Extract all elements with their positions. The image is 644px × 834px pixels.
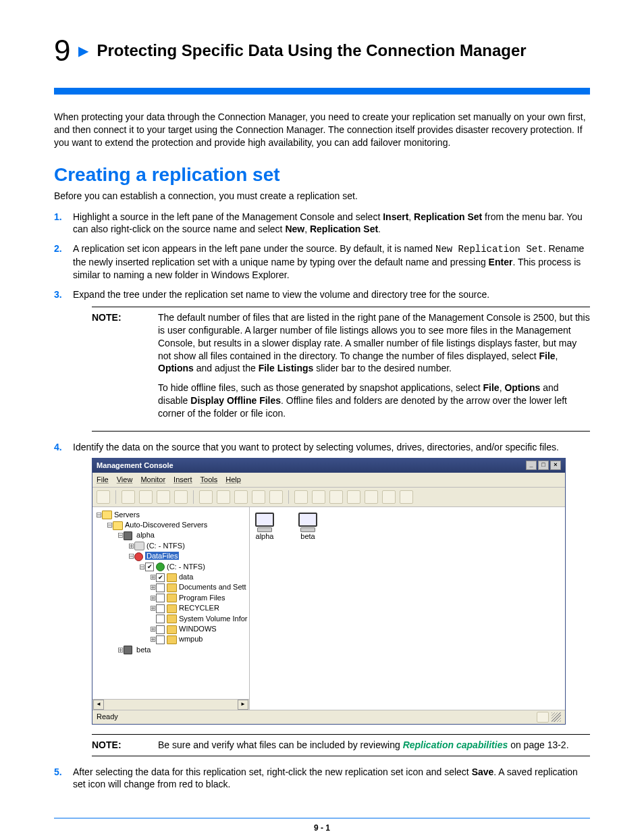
window-title: Management Console (97, 461, 173, 471)
menu-file[interactable]: File (97, 475, 109, 485)
window-titlebar[interactable]: Management Console _ □ × (92, 459, 565, 473)
toolbar-button[interactable] (365, 490, 378, 504)
tree-node-datafiles[interactable]: ⊟DataFiles ⊟✔(C: - NTFS) ⊞✔data ⊞Documen (128, 551, 249, 645)
toolbar-button[interactable] (122, 490, 135, 504)
toolbar-button[interactable] (312, 490, 325, 504)
menu-bar: File View Monitor Insert Tools Help (92, 473, 565, 488)
drive-icon (134, 542, 144, 550)
menu-monitor[interactable]: Monitor (140, 475, 165, 485)
status-bar: Ready (92, 710, 565, 724)
resize-grip-icon[interactable] (552, 712, 561, 722)
toolbar-button[interactable] (97, 490, 110, 504)
toolbar-button[interactable] (174, 490, 188, 504)
tree-node-beta[interactable]: ⊞ beta (117, 645, 249, 655)
tree-node-wmpub[interactable]: ⊞wmpub (149, 634, 249, 644)
computer-icon (298, 513, 317, 530)
computer-item-alpha[interactable]: alpha (255, 513, 274, 542)
checkbox-icon[interactable] (156, 635, 165, 644)
scroll-right-icon[interactable]: ► (238, 700, 248, 710)
toolbar-button[interactable] (347, 490, 360, 504)
server-group-icon (113, 521, 123, 530)
close-button[interactable]: × (550, 461, 561, 470)
tree-node-drive-c[interactable]: ⊞(C: - NTFS) (128, 541, 249, 551)
tree-node-auto-discovered[interactable]: ⊟Auto-Discovered Servers ⊟ alpha ⊞(C: - … (106, 520, 249, 655)
computer-item-beta[interactable]: beta (298, 513, 317, 542)
checkbox-icon[interactable] (156, 583, 165, 592)
checkbox-icon[interactable]: ✔ (156, 573, 165, 582)
folder-icon (167, 625, 177, 634)
replication-capabilities-link[interactable]: Replication capabilities (403, 739, 508, 750)
page-number: 9 - 1 (54, 823, 590, 833)
toolbar-button[interactable] (269, 490, 283, 504)
toolbar-button[interactable] (329, 490, 343, 504)
tree-node-sysvol[interactable]: System Volume Infor (149, 614, 249, 624)
server-group-icon (102, 511, 112, 519)
computer-icon (255, 513, 274, 530)
toolbar-button[interactable] (294, 490, 308, 504)
steps-list: 1. Highlight a source in the left pane o… (54, 211, 590, 791)
drive-icon (156, 563, 165, 571)
menu-view[interactable]: View (117, 475, 133, 485)
computer-label: beta (300, 532, 315, 540)
toolbar-button[interactable] (400, 490, 413, 504)
server-icon (124, 646, 132, 654)
checkbox-icon[interactable]: ✔ (145, 563, 154, 571)
status-text: Ready (97, 712, 118, 722)
toolbar-button[interactable] (252, 490, 265, 504)
folder-icon (167, 604, 177, 613)
note-label: NOTE: (92, 739, 139, 752)
note-box-1: NOTE: The default number of files that a… (92, 307, 590, 432)
management-console-screenshot: Management Console _ □ × File View Monit… (92, 458, 566, 725)
status-icon (537, 712, 549, 723)
menu-help[interactable]: Help (225, 475, 241, 485)
toolbar-button[interactable] (157, 490, 170, 504)
checkbox-icon[interactable] (156, 594, 165, 602)
menu-insert[interactable]: Insert (173, 475, 192, 485)
chapter-triangle-icon: ▶ (78, 43, 88, 59)
tree-node-drive-c2[interactable]: ⊟✔(C: - NTFS) ⊞✔data ⊞Documents and Sett… (138, 562, 249, 645)
menu-tools[interactable]: Tools (200, 475, 218, 485)
tree-node-recycler[interactable]: ⊞RECYCLER (149, 603, 249, 613)
tree-pane[interactable]: ⊟Servers ⊟Auto-Discovered Servers ⊟ alph… (92, 507, 250, 710)
step-3: 3. Expand the tree under the replication… (54, 288, 590, 432)
replication-set-icon (134, 552, 143, 561)
tree-node-documents[interactable]: ⊞Documents and Sett (149, 582, 249, 592)
maximize-button[interactable]: □ (538, 461, 549, 470)
toolbar-separator-icon (115, 490, 116, 504)
footer-rule (54, 818, 590, 818)
folder-icon (167, 594, 177, 602)
checkbox-icon[interactable] (156, 604, 165, 613)
toolbar-button[interactable] (199, 490, 213, 504)
folder-icon (167, 635, 177, 644)
step-5: 5. After selecting the data for this rep… (54, 766, 590, 791)
toolbar-button[interactable] (139, 490, 153, 504)
tree-node-program-files[interactable]: ⊞Program Files (149, 593, 249, 603)
content-pane[interactable]: alpha beta (250, 507, 565, 710)
minimize-button[interactable]: _ (526, 461, 537, 470)
checkbox-icon[interactable] (156, 625, 165, 634)
intro-paragraph: When protecting your data through the Co… (54, 111, 590, 149)
toolbar-button[interactable] (217, 490, 230, 504)
tree-node-data[interactable]: ⊞✔data (149, 572, 249, 582)
note-body: Be sure and verify what files can be inc… (158, 739, 590, 752)
step-2: 2. A replication set icon appears in the… (54, 242, 590, 282)
step-4: 4. Identify the data on the source that … (54, 441, 590, 756)
folder-icon (167, 573, 177, 582)
folder-icon (167, 583, 177, 592)
step-1: 1. Highlight a source in the left pane o… (54, 211, 590, 236)
checkbox-icon[interactable] (156, 615, 165, 623)
note-body: The default number of files that are lis… (158, 311, 590, 427)
scroll-left-icon[interactable]: ◄ (93, 700, 104, 710)
chapter-header: 9 ▶ Protecting Specific Data Using the C… (54, 34, 590, 68)
toolbar-separator-icon (193, 490, 194, 504)
note-label: NOTE: (92, 311, 139, 427)
window-buttons: _ □ × (526, 461, 561, 470)
toolbar-button[interactable] (382, 490, 396, 504)
tree-node-servers[interactable]: ⊟Servers ⊟Auto-Discovered Servers ⊟ alph… (95, 510, 249, 655)
horizontal-scrollbar[interactable]: ◄ ► (92, 699, 249, 710)
toolbar-button[interactable] (234, 490, 248, 504)
computer-label: alpha (256, 532, 274, 540)
toolbar-separator-icon (288, 490, 289, 504)
tree-node-windows[interactable]: ⊞WINDOWS (149, 624, 249, 634)
tree-node-alpha[interactable]: ⊟ alpha ⊞(C: - NTFS) ⊟DataFiles ⊟✔(C: - … (117, 530, 249, 644)
